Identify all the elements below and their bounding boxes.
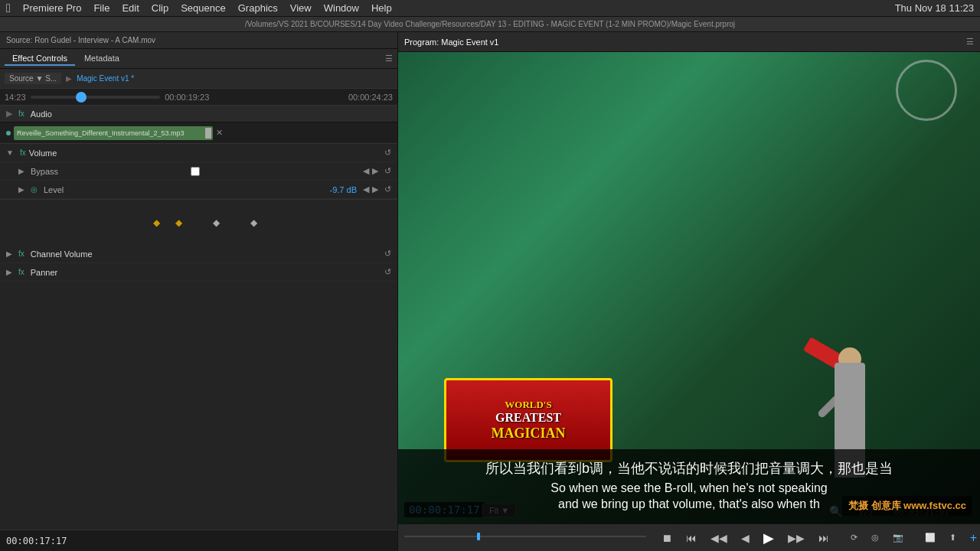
add-btn[interactable]: + [967,530,980,546]
tc-middle: 00:00:19:23 [165,93,209,102]
bypass-label: Bypass [31,167,188,176]
keyframe-diamond-4[interactable]: ◆ [250,217,257,228]
fwd-btn[interactable]: ▶▶ [785,530,808,546]
reset-level-icon[interactable]: ↺ [384,184,391,194]
tab-bar: Effect Controls Metadata ☰ [0,49,397,69]
loop-btn[interactable]: ⟳ [848,531,861,544]
keyframe-diamond-1[interactable]: ◆ [153,217,160,228]
level-row: ▶ ◎ Level -9.7 dB ◀ ▶ ↺ [0,181,397,199]
program-tab-label: Program: Magic Event v1 [404,37,499,47]
left-panel: Source: Ron Gudel - Interview - A CAM.mo… [0,32,398,551]
menu-window[interactable]: Window [324,2,359,14]
menu-clock: Thu Nov 18 11:23 [895,2,974,14]
menu-view[interactable]: View [290,2,312,14]
tab-metadata[interactable]: Metadata [77,52,127,66]
menu-clip[interactable]: Clip [152,2,168,14]
channel-vol-expand[interactable]: ▶ [6,249,12,258]
source-bar: Source: Ron Gudel - Interview - A CAM.mo… [0,32,397,49]
keyframe-diamond-3[interactable]: ◆ [213,217,220,228]
sequence-name: Magic Event v1 * [77,74,134,83]
reset-bypass-icon[interactable]: ↺ [384,166,391,176]
watermark: 梵摄 创意库 www.fstvc.cc [842,496,972,516]
bypass-right-arrow[interactable]: ▶ [372,166,378,176]
main-layout: Source: Ron Gudel - Interview - A CAM.mo… [0,32,980,551]
source-label: Source: Ron Gudel - Interview - A CAM.mo… [6,36,155,44]
video-preview: WORLD'S GREATEST MAGICIAN 00:00:17:17 Fi… [398,52,980,523]
effect-controls-panel: Source ▼ S... ▶ Magic Event v1 * 14:23 0… [0,69,397,530]
scrubber-handle[interactable] [477,533,480,540]
clip-row: Reveille_Something_Different_Instrumenta… [0,122,397,144]
playback-controls: ⏹ ⏮ ◀◀ ◀ ▶ ▶▶ ⏭ ⟳ ◎ 📷 ⬜ ⬆ + [398,523,980,551]
program-tab: Program: Magic Event v1 ☰ [398,32,980,52]
menu-premiere-pro[interactable]: Premiere Pro [23,2,82,14]
step-back-btn[interactable]: ◀◀ [707,530,730,546]
source-dropdown[interactable]: Source ▼ S... [5,73,61,84]
keyframe-area: ◆ ◆ ◆ ◆ [0,199,397,245]
panner-icon: fx [18,268,24,276]
audio-section-header: ▶ fx Audio [0,106,397,122]
volume-expand-icon[interactable]: ▼ [6,148,14,157]
tc-start: 14:23 [5,93,26,102]
tab-effect-controls[interactable]: Effect Controls [5,52,75,66]
title-bar: /Volumes/VS 2021 B/COURSES/14 Day Video … [0,17,980,32]
fx-icon: fx [18,109,24,118]
channel-volume-row: ▶ fx Channel Volume ↺ [0,245,397,263]
clip-end-handle[interactable] [205,128,211,139]
panner-row: ▶ fx Panner ↺ [0,263,397,282]
fx-volume-icon: fx [20,148,26,157]
project-path: /Volumes/VS 2021 B/COURSES/14 Day Video … [245,20,735,28]
menu-edit[interactable]: Edit [122,2,139,14]
bypass-row: ▶ Bypass ◀ ▶ ↺ [0,162,397,181]
marker-btn[interactable]: ◎ [868,531,882,544]
keyframe-diamond-2[interactable]: ◆ [175,217,182,228]
bypass-expand[interactable]: ▶ [18,167,24,175]
stop-btn[interactable]: ⏹ [658,530,675,546]
menu-file[interactable]: File [93,2,109,14]
panner-expand[interactable]: ▶ [6,268,12,276]
banner-line3: MAGICIAN [492,425,566,442]
watermark-text: 梵摄 创意库 www.fstvc.cc [848,500,966,511]
export-btn[interactable]: ⬆ [946,531,959,544]
reset-panner-icon[interactable]: ↺ [384,267,391,277]
menu-bar:  Premiere Pro File Edit Clip Sequence G… [0,0,980,17]
level-icon: ◎ [31,185,38,194]
menu-graphics[interactable]: Graphics [238,2,278,14]
panel-menu-icon[interactable]: ☰ [385,54,393,64]
banner-line2: GREATEST [495,410,561,425]
level-value[interactable]: -9.7 dB [330,185,357,194]
level-left-arrow[interactable]: ◀ [363,184,369,194]
next-edit-btn[interactable]: ⏭ [815,530,832,546]
volume-section: ▼ fx Volume ↺ [0,144,397,162]
bypass-left-arrow[interactable]: ◀ [363,166,369,176]
left-timecode[interactable]: 00:00:17:17 [0,530,397,551]
banner-line1: WORLD'S [505,399,551,411]
bypass-checkbox[interactable] [191,167,200,176]
channel-vol-icon: fx [18,249,24,258]
reset-icon[interactable]: ↺ [384,148,391,158]
play-btn[interactable]: ▶ [760,528,777,548]
subtitle-english1: So when we see the B-roll, when he's not… [413,479,965,497]
tc-end: 00:00:24:23 [348,93,393,102]
program-panel-menu[interactable]: ☰ [966,37,974,47]
volume-label: Volume [29,148,381,158]
clip-name: Reveille_Something_Different_Instrumenta… [17,129,184,137]
level-right-arrow[interactable]: ▶ [372,184,378,194]
panner-label: Panner [31,268,381,277]
level-label: Level [44,185,64,194]
reset-channel-icon[interactable]: ↺ [384,249,391,259]
prev-edit-btn[interactable]: ⏮ [683,530,700,546]
apple-menu[interactable]:  [6,2,11,15]
audio-clip-bar[interactable]: Reveille_Something_Different_Instrumenta… [14,126,213,140]
menu-sequence[interactable]: Sequence [181,2,226,14]
channel-vol-label: Channel Volume [31,249,381,259]
left-tc-display: 00:00:17:17 [6,536,67,546]
full-screen-btn[interactable]: ⬜ [922,531,939,544]
subtitle-chinese: 所以当我们看到b调，当他不说话的时候我们把音量调大，那也是当 [413,458,965,479]
circle-decoration [896,60,957,121]
level-expand[interactable]: ▶ [18,185,24,194]
menu-help[interactable]: Help [371,2,392,14]
back-btn[interactable]: ◀ [738,530,753,546]
camera-btn[interactable]: 📷 [890,531,906,544]
right-panel: Program: Magic Event v1 ☰ WORLD'S GREATE… [398,32,980,551]
audio-label: Audio [31,109,52,119]
